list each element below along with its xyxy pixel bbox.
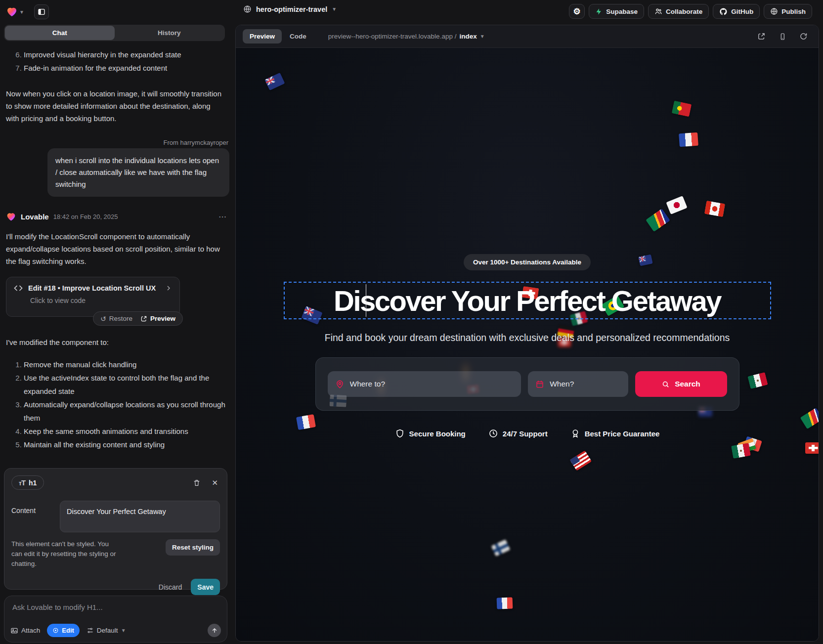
attach-button[interactable]: Attach: [10, 627, 40, 635]
chat-sidebar: Chat History Improved visual hierarchy i…: [0, 0, 235, 644]
mobile-view-button[interactable]: [779, 33, 786, 41]
preview-url[interactable]: preview--hero-optimizer-travel.lovable.a…: [328, 33, 485, 40]
heart-logo-icon: [6, 212, 16, 222]
calendar-icon: [535, 380, 544, 388]
where-input[interactable]: [350, 380, 514, 388]
from-user-label: From harrymckayroper: [164, 139, 228, 146]
tab-preview[interactable]: Preview: [243, 29, 282, 43]
chevron-down-icon: ▼: [480, 34, 485, 39]
send-button[interactable]: [208, 624, 221, 637]
feature-secure-booking: Secure Booking: [395, 429, 466, 438]
sidebar-tabs: Chat History: [4, 25, 225, 41]
restore-icon: ↺: [100, 315, 106, 323]
preview-toolbar: Preview Code preview--hero-optimizer-tra…: [236, 25, 819, 48]
element-editor-panel: тT h1 ✕ Content Discover Your Perfect Ge…: [4, 468, 227, 590]
globe-icon: [770, 7, 778, 15]
chevron-right-icon: [165, 284, 173, 292]
image-icon: [10, 627, 18, 635]
tab-code[interactable]: Code: [289, 29, 313, 43]
list-item: Fade-in animation for the expanded conte…: [24, 61, 227, 75]
preview-url-page: index: [459, 33, 476, 40]
project-name: hero-optimizer-travel: [256, 5, 327, 13]
sliders-icon: [87, 627, 94, 634]
text-size-icon: тT: [19, 478, 25, 487]
chevron-down-icon: ▼: [121, 628, 126, 633]
supabase-bolt-icon: [595, 8, 603, 15]
mode-selector[interactable]: Default ▼: [87, 627, 126, 634]
where-field[interactable]: [328, 371, 521, 397]
reset-styling-button[interactable]: Reset styling: [166, 539, 220, 556]
search-card: Search: [315, 357, 739, 411]
message-timestamp: 18:42 on Feb 20, 2025: [53, 213, 118, 220]
supabase-button[interactable]: Supabase: [589, 4, 644, 19]
clock-icon: [488, 429, 498, 438]
edit-version-card[interactable]: Edit #18 • Improve Location Scroll UX Cl…: [6, 277, 180, 317]
trash-icon: [193, 479, 201, 487]
gear-icon: ⚙: [573, 7, 581, 16]
assistant-change-list: Remove the manual click handling Use the…: [13, 358, 227, 451]
assistant-message-header: Lovable 18:42 on Feb 20, 2025 ⋯: [6, 212, 227, 222]
site-canvas: Over 1000+ Destinations Available Discov…: [236, 48, 819, 642]
tab-history[interactable]: History: [115, 26, 224, 40]
chevron-down-icon: ▼: [332, 6, 337, 12]
styling-note: This element can't be styled. You can ed…: [11, 539, 119, 569]
code-icon: [13, 283, 23, 293]
refresh-icon: [799, 32, 808, 41]
assistant-paragraph: I've modified the component to:: [6, 336, 222, 348]
preview-pane: Preview Code preview--hero-optimizer-tra…: [235, 25, 819, 642]
discard-button[interactable]: Discard: [159, 583, 182, 591]
feature-list: Secure Booking 24/7 Support Best Price G…: [395, 429, 660, 438]
open-in-new-tab-button[interactable]: [757, 32, 766, 41]
search-icon: [661, 380, 670, 388]
chat-prompt-box: Attach Edit Default ▼: [4, 596, 227, 643]
hero-heading[interactable]: Discover Your Perfect Getaway: [334, 284, 721, 317]
content-field[interactable]: Discover Your Perfect Getaway: [60, 501, 220, 532]
when-field[interactable]: [528, 371, 628, 397]
close-panel-button[interactable]: ✕: [210, 476, 220, 489]
message-menu-icon[interactable]: ⋯: [218, 212, 227, 221]
github-button[interactable]: GitHub: [713, 4, 760, 19]
target-icon: [52, 627, 59, 634]
text-caret: [366, 284, 367, 317]
destinations-badge: Over 1000+ Destinations Available: [464, 254, 591, 270]
publish-button[interactable]: Publish: [764, 4, 812, 19]
h1-selection-outline[interactable]: Discover Your Perfect Getaway: [284, 282, 771, 319]
element-tag-badge[interactable]: тT h1: [11, 475, 44, 490]
external-link-icon: [757, 32, 766, 41]
smartphone-icon: [779, 33, 786, 41]
chat-prompt-input[interactable]: [12, 603, 219, 611]
tab-chat[interactable]: Chat: [5, 26, 115, 40]
award-icon: [570, 429, 580, 438]
shield-icon: [395, 429, 405, 438]
assistant-name: Lovable: [21, 213, 49, 221]
people-icon: [654, 7, 662, 15]
user-message-bubble: when i scroll into the individual locati…: [47, 148, 229, 197]
assistant-paragraph: Now when you click on a location image, …: [6, 87, 222, 125]
github-icon: [719, 7, 728, 16]
hero-subheading: Find and book your dream destination wit…: [325, 332, 730, 343]
arrow-up-icon: [211, 627, 218, 634]
app-window: ▼ hero-optimizer-travel ▼ ⚙: [0, 0, 823, 644]
feature-support: 24/7 Support: [488, 429, 548, 438]
search-button[interactable]: Search: [635, 371, 727, 397]
preview-version-button[interactable]: Preview: [140, 315, 175, 322]
delete-element-button[interactable]: [191, 477, 203, 489]
version-actions-pill: ↺ Restore Preview: [93, 311, 183, 326]
edit-card-title: Edit #18 • Improve Location Scroll UX: [28, 284, 156, 292]
list-item: Keep the same smooth animations and tran…: [24, 425, 227, 438]
refresh-button[interactable]: [799, 32, 808, 41]
list-item: Improved visual hierarchy in the expande…: [24, 48, 227, 61]
restore-button[interactable]: ↺ Restore: [100, 315, 132, 323]
settings-button[interactable]: ⚙: [569, 4, 585, 19]
assistant-paragraph: I'll modify the LocationScroll component…: [6, 230, 222, 267]
collaborate-button[interactable]: Collaborate: [648, 4, 709, 19]
hero-section: Over 1000+ Destinations Available Discov…: [236, 48, 819, 642]
save-button[interactable]: Save: [191, 579, 220, 595]
element-tag-label: h1: [29, 479, 37, 487]
project-switcher[interactable]: hero-optimizer-travel ▼: [243, 5, 337, 13]
content-field-label: Content: [11, 501, 60, 532]
edit-mode-button[interactable]: Edit: [47, 624, 80, 637]
list-item: Maintain all the existing content and st…: [24, 438, 227, 451]
when-input[interactable]: [550, 380, 620, 388]
external-link-icon: [140, 315, 147, 322]
